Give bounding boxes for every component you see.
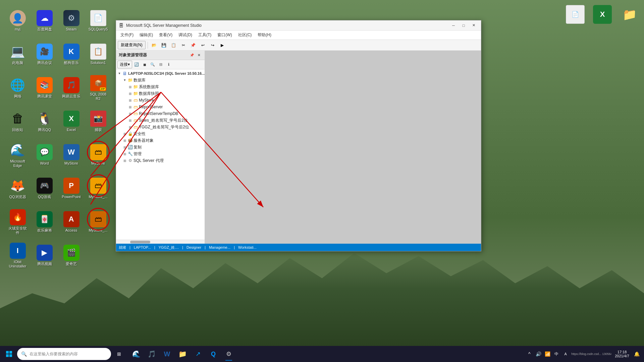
desktop-icon-buhuo[interactable]: 📸 捕获 xyxy=(86,106,111,137)
desktop-icon-qqgame[interactable]: 🎮 QQ游戏 xyxy=(32,173,57,204)
taskbar-search[interactable]: 🔍 xyxy=(17,348,111,360)
desktop-icon-huorong[interactable]: 🔥 火绒安全软件 xyxy=(5,206,30,238)
minimize-button[interactable]: ─ xyxy=(449,22,458,29)
toolbar-btn-4[interactable]: ✂ xyxy=(179,41,188,49)
tray-network[interactable]: 📶 xyxy=(543,350,551,358)
new-query-button[interactable]: 新建查询(N) xyxy=(118,41,146,49)
tree-item-reportservertempdb[interactable]: ⊞ 🗃 ReportServerTempDB xyxy=(116,110,205,117)
oe-btn-collapse[interactable]: ⊟ xyxy=(157,61,164,68)
tree-expand-management[interactable]: ⊞ xyxy=(122,151,127,157)
tree-expand-security[interactable]: ⊞ xyxy=(122,131,127,136)
taskbar-explorer[interactable]: 📁 xyxy=(175,347,190,361)
tree-expand-replication[interactable]: ⊞ xyxy=(122,144,127,150)
oe-btn-stop[interactable]: ⏹ xyxy=(141,61,148,68)
tree-expand-reportserver[interactable]: ⊞ xyxy=(127,104,133,110)
query-panel[interactable] xyxy=(205,51,481,244)
desktop-icon-qqbrowser[interactable]: 🦊 QQ浏览器 xyxy=(5,173,30,204)
taskbar-netease[interactable]: 🎵 xyxy=(144,347,159,361)
desktop-icon-netease[interactable]: 🎵 网易云音乐 xyxy=(59,72,84,104)
toolbar-btn-3[interactable]: 📋 xyxy=(169,41,178,49)
taskbar-edge[interactable]: 🌊 xyxy=(129,347,144,361)
toolbar-btn-8[interactable]: ▶ xyxy=(218,41,227,49)
tree-expand-snapshots[interactable]: ⊞ xyxy=(127,91,133,96)
tree-expand-sysdbs[interactable]: ⊞ xyxy=(127,84,133,89)
tree-item-mystore[interactable]: ⊞ 🗃 MyStore xyxy=(116,97,205,104)
toolbar-btn-7[interactable]: ↪ xyxy=(208,41,217,49)
notification-text[interactable]: https://blog.csdn.csd... 13056448 xyxy=(571,352,611,356)
desktop-icon-tengxuvideo[interactable]: ▶ 腾讯视频 xyxy=(32,240,57,272)
desktop-icon-majiang[interactable]: 🀄 欢乐麻将 xyxy=(32,206,57,238)
desktop-icon-steam[interactable]: ⚙ Steam xyxy=(59,5,84,37)
tree-expand-server[interactable]: ▼ xyxy=(117,71,122,76)
search-input[interactable] xyxy=(30,352,107,356)
tray-keyboard[interactable]: A xyxy=(561,350,570,358)
menu-file[interactable]: 文件(F) xyxy=(118,31,136,39)
tree-expand-sales[interactable]: ⊞ xyxy=(127,118,133,123)
tree-item-snapshots[interactable]: ⊞ 📁 数据库快照 xyxy=(116,90,205,97)
tree-item-sqlagent[interactable]: ⊞ ⚙ SQL Server 代理 xyxy=(116,157,205,164)
desktop-icon-access[interactable]: A Access xyxy=(59,206,84,238)
desktop-icon-excel[interactable]: X Excel xyxy=(59,106,84,137)
tree-expand-sqlagent[interactable]: ⊞ xyxy=(122,158,127,163)
oe-btn-filter[interactable]: 🔍 xyxy=(149,61,156,68)
desktop-icon-qq[interactable]: 🐧 腾讯QQ xyxy=(32,106,57,137)
desktop-icon-powerpoint[interactable]: P PowerPoint xyxy=(59,173,84,204)
tree-expand-reportservertempdb[interactable]: ⊞ xyxy=(127,111,133,116)
desktop-icon-network[interactable]: 🌐 网络 xyxy=(5,72,30,104)
panel-pin-button[interactable]: 📌 xyxy=(189,52,195,58)
tree-item-sysdbs[interactable]: ⊞ 📁 系统数据库 xyxy=(116,83,205,90)
menu-tools[interactable]: 工具(T) xyxy=(196,31,214,39)
toolbar-btn-1[interactable]: 📂 xyxy=(150,41,159,49)
tree-expand-yggz[interactable]: ⊞ xyxy=(127,124,133,130)
tray-expand[interactable]: ^ xyxy=(525,350,533,358)
desktop-icon-mystore2-circled[interactable]: 🗃 MyStore_... xyxy=(86,173,111,204)
tree-item-sales[interactable]: ⊞ 🗃 Sales_姓名简写_学号后2位 xyxy=(116,117,205,124)
tree-item-security[interactable]: ⊞ 🔒 安全性 xyxy=(116,130,205,137)
tree-item-server[interactable]: ▼ 🖥 LAPTOP-N3SLOC1H (SQL Server 10.50.16… xyxy=(116,70,205,77)
taskbar-capture[interactable]: Q xyxy=(206,347,221,361)
oe-btn-refresh[interactable]: 🔄 xyxy=(133,61,140,68)
taskbar-word[interactable]: W xyxy=(160,347,174,361)
toolbar-btn-2[interactable]: 💾 xyxy=(160,41,168,49)
oe-btn-properties[interactable]: ℹ xyxy=(165,61,172,68)
desktop-icon-kugou[interactable]: K 酷狗音乐 xyxy=(59,39,84,70)
desktop-icon-folder2[interactable]: 📁 xyxy=(619,3,641,25)
desktop-icon-sqlquery[interactable]: 📄 SQLQuery5 xyxy=(86,5,111,37)
panel-close-button[interactable]: ✕ xyxy=(196,52,202,58)
desktop-icon-mystore3-circled[interactable]: 🗃 MyStore_... xyxy=(86,206,111,238)
desktop-icon-tengxuhuiyi[interactable]: 🎥 腾讯会议 xyxy=(32,39,57,70)
tree-item-management[interactable]: ⊞ 🔧 管理 xyxy=(116,150,205,157)
system-clock[interactable]: 17:18 2021/4/7 xyxy=(613,349,631,359)
desktop-icon-weixin[interactable]: 💬 Word xyxy=(32,139,57,171)
notification-button[interactable]: 🔔 xyxy=(633,350,641,358)
desktop-icon-solution1[interactable]: 📋 Solution1 xyxy=(86,39,111,70)
tree-item-replication[interactable]: ⊞ 🔄 复制 xyxy=(116,144,205,150)
taskbar-settings[interactable]: ⚙ xyxy=(221,347,236,361)
desktop-icon-recycle[interactable]: 🗑 回收站 xyxy=(5,106,30,137)
tray-sound[interactable]: 🔊 xyxy=(534,350,542,358)
desktop-icon-aiqiyi[interactable]: 🎬 爱奇艺 xyxy=(59,240,84,272)
close-button[interactable]: ✕ xyxy=(469,22,478,29)
desktop-icon-excel2[interactable]: X xyxy=(591,3,613,25)
menu-debug[interactable]: 调试(D) xyxy=(176,31,195,39)
desktop-icon-tengxuke[interactable]: 📚 腾讯课堂 xyxy=(32,72,57,104)
tree-item-databases[interactable]: ▼ 📁 数据库 xyxy=(116,77,205,83)
menu-view[interactable]: 查看(V) xyxy=(156,31,175,39)
menu-edit[interactable]: 编辑(E) xyxy=(137,31,156,39)
menu-help[interactable]: 帮助(H) xyxy=(255,31,274,39)
task-view-button[interactable]: ⊞ xyxy=(112,347,126,361)
tree-expand-mystore[interactable]: ⊞ xyxy=(127,98,133,103)
desktop-icon-word2[interactable]: 📄 xyxy=(564,3,586,25)
desktop-icon-mystore-circled[interactable]: 🗃 MyStore xyxy=(86,139,111,171)
tree-view[interactable]: ▼ 🖥 LAPTOP-N3SLOC1H (SQL Server 10.50.16… xyxy=(116,69,205,240)
desktop-icon-myj[interactable]: 👤 myj xyxy=(5,5,30,37)
connect-button[interactable]: 连接▾ xyxy=(117,61,132,68)
tree-item-reportserver[interactable]: ⊞ 🗃 ReportServer xyxy=(116,104,205,110)
desktop-icon-iobit[interactable]: I IObit Uninstaller xyxy=(5,240,30,272)
tray-ime[interactable]: 中 xyxy=(552,350,560,358)
taskbar-arrow[interactable]: ↗ xyxy=(191,347,205,361)
menu-window[interactable]: 窗口(W) xyxy=(215,31,234,39)
desktop-icon-baidu[interactable]: ☁ 百度网盘 xyxy=(32,5,57,37)
tree-scrollbar-h[interactable] xyxy=(116,240,205,244)
menu-community[interactable]: 社区(C) xyxy=(235,31,255,39)
